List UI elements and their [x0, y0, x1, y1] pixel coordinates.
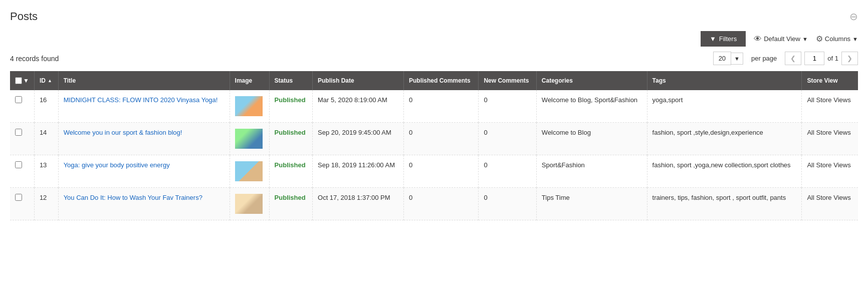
col-store-view: Store View — [802, 71, 858, 90]
row-published-comments: 0 — [403, 123, 478, 155]
collapse-icon[interactable]: ⊖ — [849, 11, 858, 23]
table-header-row: ▼ ID ▲ Title Image Status Publish Date P… — [10, 71, 858, 90]
col-tags: Tags — [647, 71, 802, 90]
select-all-checkbox[interactable] — [15, 77, 22, 84]
row-tags: fashion, sport ,yoga,new collection,spor… — [647, 155, 802, 188]
chevron-down-icon: ▼ — [802, 36, 808, 42]
view-button[interactable]: 👁 Default View ▼ — [754, 35, 808, 44]
post-thumbnail — [235, 161, 263, 181]
records-pagination-bar: 4 records found 20 ▼ per page ❮ of 1 ❯ — [10, 52, 858, 65]
gear-icon: ⚙ — [816, 34, 823, 44]
row-checkbox[interactable] — [15, 96, 22, 103]
row-publish-date: Sep 20, 2019 9:45:00 AM — [313, 123, 404, 155]
row-checkbox-cell — [10, 155, 34, 188]
row-id: 16 — [34, 90, 58, 123]
row-checkbox[interactable] — [15, 194, 22, 201]
row-store-view: All Store Views — [802, 123, 858, 155]
post-thumbnail — [235, 96, 263, 116]
row-tags: yoga,sport — [647, 90, 802, 123]
row-publish-date: Sep 18, 2019 11:26:00 AM — [313, 155, 404, 188]
posts-table: ▼ ID ▲ Title Image Status Publish Date P… — [10, 71, 858, 220]
chevron-down-icon: ▼ — [852, 36, 858, 42]
row-checkbox[interactable] — [15, 129, 22, 136]
row-image — [230, 90, 269, 123]
row-published-comments: 0 — [403, 90, 478, 123]
col-title: Title — [58, 71, 230, 90]
row-title: Welcome you in our sport & fashion blog! — [58, 123, 230, 155]
post-title-link[interactable]: Welcome you in our sport & fashion blog! — [64, 129, 182, 136]
status-badge: Published — [275, 96, 306, 104]
col-new-comments: New Comments — [479, 71, 536, 90]
row-store-view: All Store Views — [802, 188, 858, 220]
row-checkbox-cell — [10, 123, 34, 155]
row-tags: trainers, tips, fashion, sport , sport o… — [647, 188, 802, 220]
filters-button[interactable]: ▼ Filters — [701, 31, 746, 47]
col-id: ID ▲ — [34, 71, 58, 90]
row-new-comments: 0 — [479, 188, 536, 220]
pagination-controls: 20 ▼ per page ❮ of 1 ❯ — [713, 52, 858, 65]
eye-icon: 👁 — [754, 35, 762, 44]
row-status: Published — [269, 123, 312, 155]
post-title-link[interactable]: You Can Do It: How to Wash Your Fav Trai… — [64, 194, 202, 201]
table-row: 14 Welcome you in our sport & fashion bl… — [10, 123, 858, 155]
row-store-view: All Store Views — [802, 155, 858, 188]
post-title-link[interactable]: Yoga: give your body positive energy — [64, 161, 170, 169]
post-thumbnail — [235, 194, 263, 214]
row-id: 12 — [34, 188, 58, 220]
records-found: 4 records found — [10, 55, 59, 63]
row-checkbox-cell — [10, 188, 34, 220]
page-total: of 1 — [827, 55, 838, 62]
filter-icon: ▼ — [710, 35, 716, 43]
row-status: Published — [269, 90, 312, 123]
status-badge: Published — [275, 129, 306, 136]
per-page-number: 20 — [713, 52, 731, 65]
per-page-dropdown[interactable]: ▼ — [731, 53, 743, 65]
row-store-view: All Store Views — [802, 90, 858, 123]
col-published-comments: Published Comments — [403, 71, 478, 90]
row-published-comments: 0 — [403, 188, 478, 220]
table-row: 12 You Can Do It: How to Wash Your Fav T… — [10, 188, 858, 220]
row-title: Yoga: give your body positive energy — [58, 155, 230, 188]
row-image — [230, 188, 269, 220]
row-publish-date: Mar 5, 2020 8:19:00 AM — [313, 90, 404, 123]
row-title: You Can Do It: How to Wash Your Fav Trai… — [58, 188, 230, 220]
select-all-header: ▼ — [10, 71, 34, 90]
row-title: MIDNIGHT CLASS: FLOW INTO 2020 Vinyasa Y… — [58, 90, 230, 123]
row-categories: Tips Time — [536, 188, 647, 220]
columns-button[interactable]: ⚙ Columns ▼ — [816, 34, 858, 44]
row-image — [230, 123, 269, 155]
post-thumbnail — [235, 129, 263, 149]
page-input[interactable] — [804, 52, 824, 65]
row-status: Published — [269, 188, 312, 220]
row-publish-date: Oct 17, 2018 1:37:00 PM — [313, 188, 404, 220]
row-published-comments: 0 — [403, 155, 478, 188]
row-id: 13 — [34, 155, 58, 188]
row-new-comments: 0 — [479, 90, 536, 123]
per-page-select[interactable]: 20 ▼ — [713, 52, 743, 65]
toolbar: ▼ Filters 👁 Default View ▼ ⚙ Columns ▼ — [10, 31, 858, 47]
col-categories: Categories — [536, 71, 647, 90]
page-title: Posts — [10, 10, 38, 23]
page-navigation: ❮ of 1 ❯ — [785, 52, 858, 65]
col-image: Image — [230, 71, 269, 90]
row-categories: Sport&Fashion — [536, 155, 647, 188]
status-badge: Published — [275, 161, 306, 169]
post-title-link[interactable]: MIDNIGHT CLASS: FLOW INTO 2020 Vinyasa Y… — [64, 96, 218, 104]
status-badge: Published — [275, 194, 306, 201]
row-new-comments: 0 — [479, 155, 536, 188]
row-categories: Welcome to Blog — [536, 123, 647, 155]
table-row: 13 Yoga: give your body positive energy … — [10, 155, 858, 188]
row-tags: fashion, sport ,style,design,experience — [647, 123, 802, 155]
row-categories: Welcome to Blog, Sport&Fashion — [536, 90, 647, 123]
row-checkbox-cell — [10, 90, 34, 123]
checkbox-dropdown-icon[interactable]: ▼ — [23, 77, 29, 84]
row-id: 14 — [34, 123, 58, 155]
prev-page-button[interactable]: ❮ — [785, 52, 801, 65]
col-status: Status — [269, 71, 312, 90]
row-image — [230, 155, 269, 188]
next-page-button[interactable]: ❯ — [841, 52, 858, 65]
row-checkbox[interactable] — [15, 161, 22, 168]
page-header: Posts ⊖ ▼ Filters 👁 Default View ▼ ⚙ Col… — [10, 10, 858, 65]
per-page-label: per page — [751, 55, 777, 62]
col-publish-date: Publish Date — [313, 71, 404, 90]
